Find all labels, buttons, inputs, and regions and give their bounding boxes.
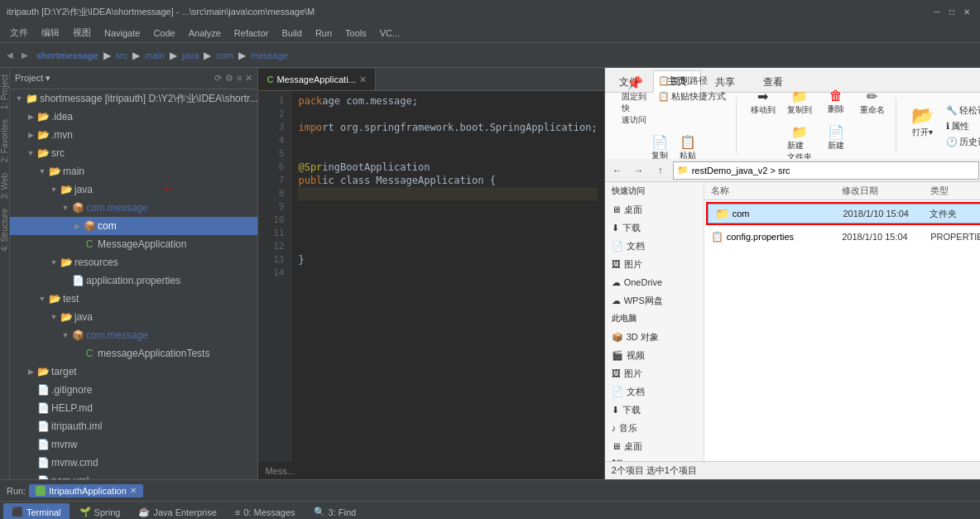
nav-up-btn[interactable]: ↑	[651, 161, 670, 180]
tree-mvn[interactable]: ▶ 📂 .mvn	[10, 126, 257, 144]
tree-message-app[interactable]: ▶ C MessageApplication	[10, 235, 257, 253]
editor-content[interactable]: 12345 678910 11121314 package com.messag…	[258, 91, 603, 461]
quick-pictures[interactable]: 🖼 图片	[605, 255, 704, 273]
side-favorites-icon[interactable]: 2: Favorites	[0, 116, 9, 166]
open-btn[interactable]: 📂 打开▾	[906, 103, 939, 149]
maximize-button[interactable]: □	[945, 5, 958, 18]
tab-terminal[interactable]: ⬛ Terminal	[3, 503, 70, 520]
copy-to-btn[interactable]: 📁 复制到	[783, 87, 816, 118]
tree-src[interactable]: ▼ 📂 src	[10, 144, 257, 162]
rename-btn[interactable]: ✏ 重命名	[856, 87, 889, 118]
menu-view[interactable]: 视图	[66, 25, 98, 41]
tree-test-com-message[interactable]: ▼ 📦 com.message	[10, 326, 257, 344]
tree-gitignore[interactable]: ▶ 📄 .gitignore	[10, 381, 257, 399]
quick-win10[interactable]: 💾 Windows10 (C:)	[605, 455, 704, 461]
breadcrumb-com[interactable]: com	[213, 50, 237, 60]
collapse-icon[interactable]: ≡	[237, 73, 242, 84]
tree-pom[interactable]: ▶ 📄 pom.xml	[10, 472, 257, 479]
side-web-icon[interactable]: 3: Web	[0, 170, 9, 203]
menu-edit[interactable]: 编辑	[35, 25, 66, 41]
breadcrumb-src[interactable]: src	[113, 50, 132, 60]
tree-root[interactable]: ▼ 📁 shortmessage [itripauth] D:\Y2\作业\ID…	[10, 89, 257, 108]
menu-vc[interactable]: VC...	[373, 26, 406, 40]
side-project-icon[interactable]: 1: Project	[0, 71, 9, 113]
toolbar-icon-back[interactable]: ◀	[3, 50, 17, 60]
side-structure-icon[interactable]: 4: Structure	[0, 205, 9, 255]
col-date[interactable]: 修改日期	[838, 185, 927, 197]
address-input[interactable]: 📁 restDemo_java_v2 > src	[673, 161, 979, 180]
menu-refactor[interactable]: Refactor	[228, 26, 276, 40]
tab-messages[interactable]: ≡ 0: Messages	[227, 503, 304, 520]
copy-path-btn[interactable]: 📋复制路径	[655, 74, 729, 88]
pin-btn[interactable]: 📌 固定到快速访问	[618, 74, 651, 127]
tree-test[interactable]: ▼ 📂 test	[10, 290, 257, 308]
run-close-icon[interactable]: ✕	[130, 486, 137, 495]
tree-mvnw[interactable]: ▶ 📄 mvnw	[10, 435, 257, 454]
menu-code[interactable]: Code	[147, 26, 181, 40]
close-button[interactable]: ✕	[960, 5, 973, 18]
properties-btn[interactable]: ℹ属性	[943, 119, 980, 133]
tree-main[interactable]: ▼ 📂 main	[10, 162, 257, 180]
file-row-config[interactable]: 📋 config.properties 2018/1/10 15:04 PROP…	[704, 227, 980, 247]
tree-idea[interactable]: ▶ 📂 .idea	[10, 108, 257, 126]
tree-main-java[interactable]: ▼ 📂 java	[10, 180, 257, 199]
tree-com[interactable]: ▶ 📦 com	[10, 217, 257, 235]
toolbar-icon-forward[interactable]: ▶	[18, 50, 31, 60]
history-btn[interactable]: 🕐历史记录	[943, 135, 980, 149]
quick-dl2[interactable]: ⬇ 下载	[605, 401, 704, 419]
tree-target[interactable]: ▶ 📂 target	[10, 363, 257, 381]
nav-back-btn[interactable]: ←	[608, 161, 627, 180]
menu-navigate[interactable]: Navigate	[98, 26, 147, 40]
quick-onedrive[interactable]: ☁ OneDrive	[605, 273, 704, 291]
run-indicator	[36, 486, 46, 496]
menu-build[interactable]: Build	[275, 26, 308, 40]
breadcrumb-main[interactable]: main	[142, 50, 168, 60]
col-type[interactable]: 类型	[927, 185, 980, 197]
editor-tab-active[interactable]: C MessageApplicati... ✕	[258, 69, 375, 90]
menu-analyze[interactable]: Analyze	[182, 26, 228, 40]
nav-forward-btn[interactable]: →	[630, 161, 648, 180]
tree-test-java[interactable]: ▼ 📂 java	[10, 308, 257, 326]
tree-app-props[interactable]: ▶ 📄 application.properties	[10, 272, 257, 290]
paste-shortcut-btn[interactable]: 📋粘贴快捷方式	[655, 89, 729, 103]
code-content[interactable]: package com.message; import org.springfr…	[291, 91, 603, 461]
quick-docs[interactable]: 📄 文档	[605, 237, 704, 255]
breadcrumb-message[interactable]: message	[247, 50, 291, 60]
tree-iml[interactable]: ▶ 📄 itripauth.iml	[10, 417, 257, 435]
menu-run[interactable]: Run	[309, 26, 339, 40]
delete-btn[interactable]: 🗑 删除	[819, 87, 853, 118]
tab-find[interactable]: 🔍 3: Find	[305, 503, 365, 520]
close-panel-icon[interactable]: ✕	[245, 73, 252, 84]
quick-downloads[interactable]: ⬇ 下载	[605, 219, 704, 237]
tree-test-class[interactable]: ▶ C messageApplicationTests	[10, 344, 257, 363]
quick-doc2[interactable]: 📄 文档	[605, 382, 704, 401]
gear-icon[interactable]: ⚙	[225, 73, 233, 84]
sync-icon[interactable]: ⟳	[214, 73, 222, 84]
breadcrumb-shortmessage[interactable]: shortmessage	[33, 50, 102, 60]
tree-mvnw-cmd[interactable]: ▶ 📄 mvnw.cmd	[10, 454, 257, 472]
file-row-com[interactable]: 📁 com 2018/1/10 15:04 文件夹	[708, 204, 980, 223]
quick-3d[interactable]: 📦 3D 对象	[605, 328, 704, 346]
easy-access-btn[interactable]: 🔧轻松访问▾	[943, 103, 980, 118]
col-name[interactable]: 名称	[704, 185, 839, 197]
quick-wps[interactable]: ☁ WPS网盘	[605, 291, 704, 310]
run-tab[interactable]: ItripauthApplication ✕	[29, 484, 143, 497]
quick-music[interactable]: ♪ 音乐	[605, 419, 704, 437]
tree-help[interactable]: ▶ 📄 HELP.md	[10, 399, 257, 417]
file-count: 2个项目 选中1个项目	[612, 464, 697, 477]
quick-desktop2[interactable]: 🖥 桌面	[605, 437, 704, 455]
close-tab-icon[interactable]: ✕	[359, 74, 367, 85]
quick-pic2[interactable]: 🖼 图片	[605, 364, 704, 382]
quick-desktop[interactable]: 🖥 桌面	[605, 200, 704, 219]
tree-com-message[interactable]: ▼ 📦 com.message	[10, 199, 257, 217]
tree-idea-label: .idea	[51, 111, 73, 123]
tab-spring[interactable]: 🌱 Spring	[71, 503, 129, 520]
move-to-btn[interactable]: ➡ 移动到	[747, 87, 780, 118]
tree-resources[interactable]: ▼ 📂 resources	[10, 253, 257, 272]
breadcrumb-java[interactable]: java	[179, 50, 202, 60]
quick-videos[interactable]: 🎬 视频	[605, 346, 704, 364]
menu-file[interactable]: 文件	[3, 25, 35, 41]
menu-tools[interactable]: Tools	[339, 26, 373, 40]
tab-java-enterprise[interactable]: ☕ Java Enterprise	[130, 503, 224, 520]
minimize-button[interactable]: ─	[930, 5, 944, 18]
